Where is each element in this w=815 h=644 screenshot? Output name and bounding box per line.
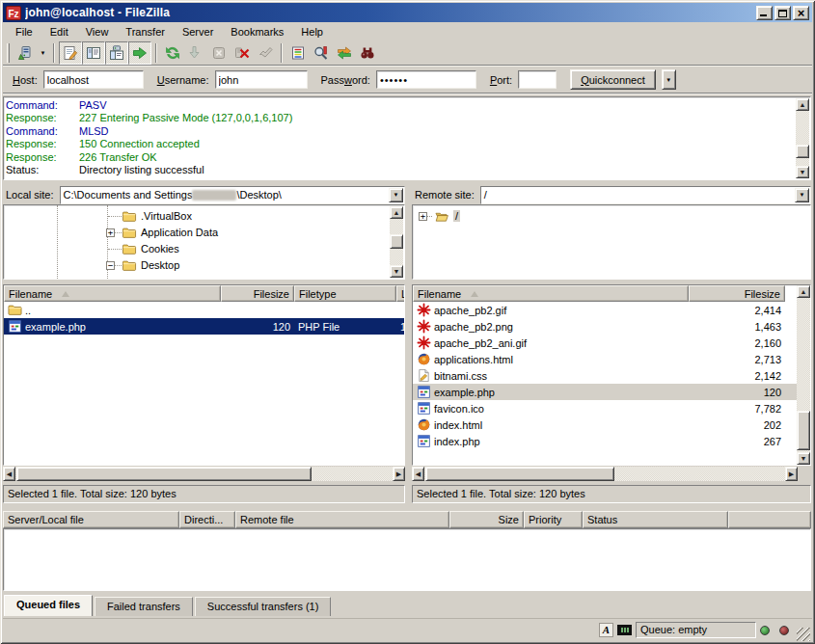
- tree-item-desktop[interactable]: −Desktop: [4, 257, 389, 274]
- toolbar-toggle-queue-button[interactable]: [128, 41, 151, 65]
- log-scrollbar[interactable]: ▲▼: [796, 98, 809, 178]
- port-input[interactable]: [518, 70, 557, 89]
- queue-column-server-local-file[interactable]: Server/Local file: [3, 511, 179, 528]
- tree-item-cookies[interactable]: Cookies: [4, 241, 389, 257]
- quickconnect-dropdown-button[interactable]: ▼: [662, 69, 676, 90]
- queue-list[interactable]: [3, 528, 811, 591]
- column-header-filename[interactable]: Filename: [413, 285, 689, 302]
- message-log[interactable]: Command:PASVResponse:227 Entering Passiv…: [3, 96, 811, 180]
- data-type-indicator-icon[interactable]: A: [599, 623, 613, 637]
- scroll-thumb[interactable]: [390, 234, 403, 249]
- speed-limit-icon[interactable]: [617, 625, 632, 635]
- collapse-icon[interactable]: −: [106, 261, 115, 270]
- file-row[interactable]: apache_pb2.gif2,414: [413, 302, 797, 318]
- expand-icon[interactable]: +: [106, 228, 115, 237]
- quickconnect-button[interactable]: Quickconnect: [570, 69, 656, 90]
- file-row[interactable]: ..: [4, 302, 404, 318]
- remote-list-hscrollbar[interactable]: ◀▶: [412, 467, 798, 481]
- file-row[interactable]: index.php267: [413, 433, 797, 449]
- scroll-right-button[interactable]: ▶: [785, 467, 798, 481]
- file-row[interactable]: index.html202: [413, 416, 797, 433]
- expand-icon[interactable]: +: [419, 212, 427, 221]
- file-row[interactable]: bitnami.css2,142: [413, 367, 797, 384]
- scroll-thumb[interactable]: [797, 411, 810, 450]
- local-tree-scrollbar[interactable]: ▲▼: [390, 206, 403, 278]
- scroll-left-button[interactable]: ◀: [3, 467, 15, 481]
- host-input[interactable]: [43, 70, 144, 89]
- title-bar[interactable]: Fz john@localhost - FileZilla ×: [3, 3, 812, 22]
- queue-column-directi[interactable]: Directi...: [179, 511, 235, 528]
- column-header-filesize[interactable]: Filesize: [221, 285, 294, 302]
- toolbar-site-manager-dropdown-button[interactable]: ▼: [37, 41, 49, 65]
- scroll-thumb[interactable]: [16, 467, 312, 481]
- queue-column-size[interactable]: Size: [449, 511, 524, 528]
- tree-item-item[interactable]: +/: [413, 208, 808, 225]
- local-site-dropdown-button[interactable]: ▼: [389, 188, 403, 202]
- toolbar-sync-browsing-button[interactable]: [333, 41, 356, 65]
- toolbar-disconnect-button[interactable]: [231, 41, 254, 65]
- minimize-button[interactable]: [756, 6, 773, 20]
- tree-item-virtualbox[interactable]: .VirtualBox: [4, 208, 389, 225]
- toolbar-site-manager-button[interactable]: [14, 41, 37, 65]
- remote-file-list[interactable]: FilenameFilesize apache_pb2.gif2,414apac…: [412, 284, 811, 466]
- toolbar-cancel-button[interactable]: [207, 41, 231, 65]
- resize-grip[interactable]: [797, 628, 810, 641]
- menu-item-help[interactable]: Help: [292, 24, 332, 40]
- password-input[interactable]: [376, 70, 476, 89]
- scroll-right-button[interactable]: ▶: [393, 467, 405, 481]
- maximize-button[interactable]: [774, 6, 791, 20]
- file-row[interactable]: example.php120PHP File1: [4, 318, 404, 335]
- remote-tree[interactable]: +/: [412, 204, 811, 280]
- local-site-combobox[interactable]: C:\Documents and Settings\Desktop\ ▼: [60, 186, 405, 204]
- scroll-up-button[interactable]: ▲: [796, 98, 809, 111]
- scroll-down-button[interactable]: ▼: [390, 265, 403, 278]
- toolbar-reconnect-button[interactable]: [254, 41, 277, 65]
- toolbar-compare-button[interactable]: [310, 41, 333, 65]
- column-header-l[interactable]: L: [396, 285, 405, 302]
- local-tree[interactable]: .VirtualBox+Application DataCookies−Desk…: [3, 204, 405, 280]
- scroll-thumb[interactable]: [425, 467, 614, 481]
- toolbar-filter-button[interactable]: [286, 41, 310, 65]
- remote-site-combobox[interactable]: / ▼: [480, 186, 811, 204]
- scroll-down-button[interactable]: ▼: [797, 452, 810, 465]
- local-list-hscrollbar[interactable]: ◀▶: [3, 467, 405, 481]
- local-file-list[interactable]: FilenameFilesizeFiletypeL ..example.php1…: [3, 284, 405, 466]
- tree-item-application-data[interactable]: +Application Data: [4, 225, 389, 241]
- close-button[interactable]: ×: [793, 6, 809, 20]
- remote-list-scrollbar[interactable]: ▲▼: [797, 285, 810, 465]
- toolbar-find-button[interactable]: [356, 41, 379, 65]
- menu-item-bookmarks[interactable]: Bookmarks: [222, 24, 292, 40]
- queue-column-remote-file[interactable]: Remote file: [235, 511, 449, 528]
- scroll-up-button[interactable]: ▲: [797, 285, 810, 298]
- scroll-down-button[interactable]: ▼: [796, 166, 809, 178]
- username-input[interactable]: [215, 70, 308, 89]
- toolbar-process-queue-button[interactable]: [184, 41, 207, 65]
- column-header-filename[interactable]: Filename: [4, 285, 221, 302]
- toolbar-toggle-log-button[interactable]: [59, 41, 82, 65]
- file-row[interactable]: favicon.ico7,782: [413, 400, 797, 416]
- column-header-filesize[interactable]: Filesize: [689, 285, 785, 302]
- tab-successful-transfers-1[interactable]: Successful transfers (1): [195, 597, 332, 616]
- file-row[interactable]: applications.html2,713: [413, 351, 797, 367]
- toolbar-toggle-remote-tree-button[interactable]: [105, 41, 128, 65]
- menu-item-edit[interactable]: Edit: [41, 24, 77, 40]
- queue-column-blank[interactable]: [728, 511, 811, 528]
- menu-item-file[interactable]: File: [7, 24, 41, 40]
- menu-item-view[interactable]: View: [77, 24, 118, 40]
- menu-item-transfer[interactable]: Transfer: [117, 24, 174, 40]
- toolbar-refresh-button[interactable]: [161, 41, 184, 65]
- scroll-left-button[interactable]: ◀: [412, 467, 424, 481]
- menu-item-server[interactable]: Server: [174, 24, 222, 40]
- queue-column-priority[interactable]: Priority: [524, 511, 583, 528]
- remote-site-dropdown-button[interactable]: ▼: [795, 188, 809, 202]
- file-row[interactable]: apache_pb2_ani.gif2,160: [413, 335, 797, 351]
- tab-queued-files[interactable]: Queued files: [4, 595, 93, 616]
- scroll-thumb[interactable]: [796, 145, 809, 158]
- column-header-filetype[interactable]: Filetype: [294, 285, 396, 302]
- file-row[interactable]: example.php120: [413, 384, 797, 400]
- toolbar-toggle-local-tree-button[interactable]: [82, 41, 105, 65]
- toolbar-grip[interactable]: [7, 43, 10, 63]
- file-row[interactable]: apache_pb2.png1,463: [413, 318, 797, 335]
- queue-column-status[interactable]: Status: [583, 511, 728, 528]
- scroll-up-button[interactable]: ▲: [390, 206, 403, 219]
